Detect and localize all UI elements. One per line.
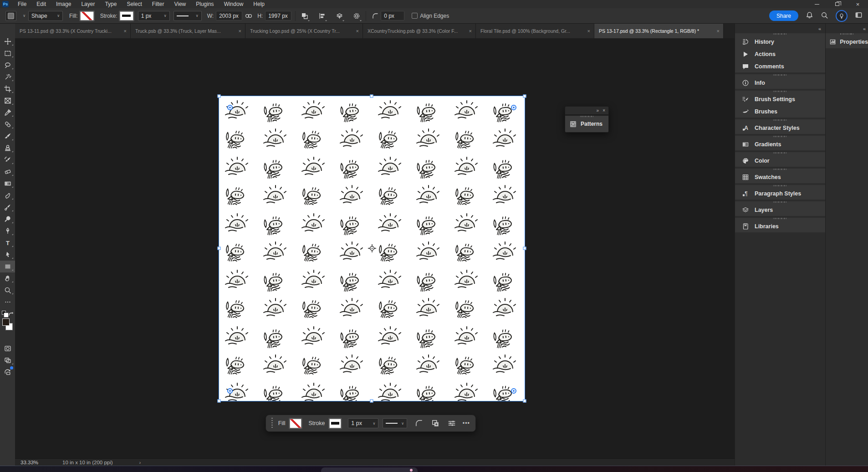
panel-drag-handle[interactable] bbox=[773, 74, 787, 76]
ctx-duplicate-shape-icon[interactable] bbox=[430, 418, 440, 429]
close-icon[interactable]: × bbox=[717, 28, 720, 34]
tab-floral-tile[interactable]: Floral Tile.psd @ 100% (Background, Gr..… bbox=[476, 24, 594, 38]
type-tool[interactable]: T bbox=[0, 237, 15, 249]
dodge-tool[interactable] bbox=[0, 213, 15, 225]
swap-colors-icon[interactable] bbox=[8, 311, 14, 317]
screen-mode-button[interactable] bbox=[0, 354, 15, 366]
menu-select[interactable]: Select bbox=[122, 0, 147, 8]
quick-mask-button[interactable] bbox=[0, 343, 15, 354]
rectangle-tool[interactable] bbox=[0, 261, 15, 272]
transform-handle-top-center[interactable] bbox=[370, 95, 373, 98]
eyedropper-tool[interactable] bbox=[0, 107, 15, 118]
hand-tool[interactable] bbox=[0, 272, 15, 284]
panel-tab-comments[interactable]: Comments bbox=[735, 60, 825, 72]
workspace-switcher-icon[interactable] bbox=[855, 11, 863, 20]
tab-ps-13-11[interactable]: PS 13-11.psd @ 33.3% (X Country Trucki..… bbox=[15, 24, 131, 38]
width-field[interactable]: 2003 px bbox=[216, 11, 242, 21]
crop-tool[interactable] bbox=[0, 83, 15, 95]
pattern-origin-target-bottom-left[interactable] bbox=[227, 388, 233, 394]
collapse-dock-icon[interactable]: « bbox=[863, 26, 866, 31]
menu-view[interactable]: View bbox=[169, 0, 191, 8]
panel-drag-handle[interactable] bbox=[773, 185, 787, 186]
panel-tab-info[interactable]: Info bbox=[735, 77, 825, 89]
stroke-width-select[interactable]: 1 px ∨ bbox=[138, 11, 170, 21]
panel-drag-handle[interactable] bbox=[773, 136, 787, 137]
menu-filter[interactable]: Filter bbox=[147, 0, 169, 8]
tab-xcountrytrucking[interactable]: XCountryTrucking.psb @ 33.3% (Color F...… bbox=[363, 24, 476, 38]
ctx-more-options[interactable]: ••• bbox=[463, 420, 470, 426]
tab-trucking-logo[interactable]: Trucking Logo.psd @ 25% (X Country Tr...… bbox=[245, 24, 363, 38]
panel-drag-handle[interactable] bbox=[773, 33, 787, 35]
tool-preset-picker[interactable] bbox=[5, 11, 16, 21]
menu-window[interactable]: Window bbox=[219, 0, 249, 8]
collapse-dock-icon[interactable]: « bbox=[818, 26, 821, 31]
height-field[interactable]: 1997 px bbox=[265, 11, 291, 21]
ctx-properties-sliders-icon[interactable] bbox=[447, 418, 457, 429]
pattern-origin-target-top-right[interactable] bbox=[511, 105, 516, 110]
transform-handle-middle-right[interactable] bbox=[523, 247, 526, 250]
smudge-tool[interactable] bbox=[0, 190, 15, 201]
ctx-fill-swatch[interactable] bbox=[290, 419, 302, 428]
close-icon[interactable]: × bbox=[239, 28, 241, 34]
transform-handle-middle-left[interactable] bbox=[218, 247, 221, 250]
canvas-pasteboard[interactable]: » × Patterns Fill Stroke 1 px ∨ ∨ bbox=[15, 38, 735, 458]
panel-drag-handle[interactable] bbox=[773, 152, 787, 154]
close-icon[interactable]: × bbox=[602, 108, 605, 113]
ctx-corner-radius-icon[interactable] bbox=[414, 418, 424, 429]
panel-drag-handle[interactable] bbox=[580, 116, 594, 117]
stroke-swatch[interactable] bbox=[120, 11, 133, 21]
menu-edit[interactable]: Edit bbox=[31, 0, 51, 8]
transform-handle-top-left[interactable] bbox=[218, 95, 221, 98]
foreground-color-swatch[interactable] bbox=[2, 318, 10, 326]
close-icon[interactable]: × bbox=[469, 28, 472, 34]
pen-tool[interactable] bbox=[0, 225, 15, 237]
menu-type[interactable]: Type bbox=[100, 0, 122, 8]
move-tool[interactable] bbox=[0, 36, 15, 47]
path-arrangement-icon[interactable] bbox=[334, 10, 345, 21]
ctx-stroke-width-select[interactable]: 1 px ∨ bbox=[348, 418, 378, 428]
menu-layer[interactable]: Layer bbox=[76, 0, 100, 8]
clone-stamp-tool[interactable] bbox=[0, 142, 15, 154]
panel-tab-color[interactable]: Color bbox=[735, 154, 825, 167]
panel-drag-handle[interactable] bbox=[840, 33, 854, 35]
pattern-origin-target-bottom-right[interactable] bbox=[511, 388, 516, 394]
tab-ps-13-17-active[interactable]: PS 13-17.psd @ 33.3% (Rectangle 1, RGB/8… bbox=[594, 24, 724, 38]
ctx-stroke-style-select[interactable]: ∨ bbox=[383, 418, 407, 428]
shape-settings-gear-icon[interactable] bbox=[351, 10, 362, 21]
panel-tab-libraries[interactable]: Libraries bbox=[735, 220, 825, 232]
transform-handle-bottom-right[interactable] bbox=[523, 400, 526, 403]
rectangular-marquee-tool[interactable] bbox=[0, 47, 15, 59]
history-brush-tool[interactable] bbox=[0, 154, 15, 166]
sync-status-icon[interactable] bbox=[0, 366, 15, 378]
panel-tab-brush-settings[interactable]: Brush Settings bbox=[735, 93, 825, 105]
tool-mode-select[interactable]: Shape ∨ bbox=[28, 11, 63, 21]
gradient-tool[interactable] bbox=[0, 178, 15, 190]
panel-drag-handle[interactable] bbox=[773, 201, 787, 203]
panel-tab-layers[interactable]: Layers bbox=[735, 204, 825, 216]
stroke-style-select[interactable]: ∨ bbox=[174, 11, 202, 21]
panel-drag-handle[interactable] bbox=[773, 91, 787, 92]
share-button[interactable]: Share bbox=[769, 10, 798, 21]
panel-drag-handle[interactable] bbox=[773, 169, 787, 170]
status-options-chevron[interactable]: › bbox=[139, 460, 141, 465]
align-edges-checkbox[interactable] bbox=[412, 13, 418, 19]
patterns-panel-header[interactable]: » × bbox=[565, 107, 608, 114]
brush-tool[interactable] bbox=[0, 130, 15, 142]
menu-file[interactable]: File bbox=[13, 0, 31, 8]
pattern-origin-target-top-left[interactable] bbox=[227, 105, 233, 110]
panel-tab-swatches[interactable]: Swatches bbox=[735, 171, 825, 183]
search-icon[interactable] bbox=[821, 11, 828, 21]
panel-tab-paragraph-styles[interactable]: ¶ Paragraph Styles bbox=[735, 187, 825, 200]
close-icon[interactable]: × bbox=[587, 28, 590, 34]
eraser-tool[interactable] bbox=[0, 166, 15, 178]
transform-handle-top-right[interactable] bbox=[523, 95, 526, 98]
ctx-stroke-swatch[interactable] bbox=[329, 419, 342, 428]
spot-healing-brush-tool[interactable] bbox=[0, 118, 15, 130]
menu-image[interactable]: Image bbox=[51, 0, 76, 8]
path-alignment-icon[interactable] bbox=[317, 10, 327, 21]
transform-handle-bottom-left[interactable] bbox=[218, 400, 221, 403]
path-operations-icon[interactable] bbox=[299, 10, 310, 21]
window-close-button[interactable]: × bbox=[848, 0, 868, 8]
panel-drag-handle[interactable] bbox=[773, 119, 787, 121]
panel-tab-properties[interactable]: Properties bbox=[826, 36, 868, 48]
